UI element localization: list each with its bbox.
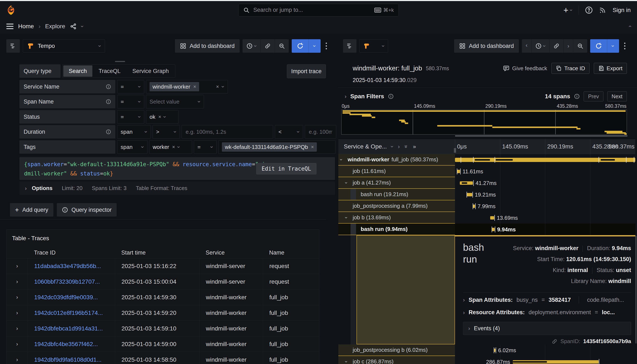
run-query-button[interactable]: › (590, 39, 619, 53)
tab-search[interactable]: Search (63, 66, 92, 77)
zoom-out-button[interactable] (275, 39, 289, 53)
filter-chip[interactable]: windmill-worker× (150, 82, 199, 91)
datasource-picker-mini[interactable]: › (360, 39, 388, 53)
tags-scope-select[interactable]: span› (117, 140, 148, 154)
status-op-select[interactable]: =› (117, 110, 144, 124)
expand-right-icon[interactable]: › (398, 144, 400, 149)
events-row[interactable]: › Events (4) (463, 322, 631, 335)
duration-scope-select[interactable]: span› (117, 125, 151, 138)
duration-lt-select[interactable]: <› (275, 125, 303, 138)
span-filters-title[interactable]: Span Filters (350, 93, 384, 100)
span-name-cell[interactable]: ›job a (41.27ms) (338, 177, 455, 189)
span-name-value-select[interactable]: Select value › (146, 95, 204, 108)
query-outline-icon[interactable] (6, 39, 20, 53)
span-bar[interactable] (492, 228, 495, 231)
filter-chip[interactable]: wk-default-133114d6a91e-PSPQb× (222, 142, 317, 152)
remove-icon[interactable]: × (311, 144, 314, 150)
span-timeline-cell[interactable]: 11.61ms (455, 166, 635, 177)
span-name-cell[interactable]: job_postprocessing b (6.02ms) (338, 344, 455, 356)
span-timeline-cell[interactable]: 6.02ms (455, 344, 635, 356)
next-span-button[interactable]: Next (607, 91, 627, 102)
row-expander-icon[interactable]: › (6, 294, 28, 300)
run-query-dropdown[interactable]: › (308, 39, 320, 53)
trace-id-link[interactable]: 1942dbfebca1d9914a31... (34, 325, 103, 332)
trace-id-link[interactable]: 11dabada33e479db56b... (34, 263, 101, 270)
time-shift-back-button[interactable]: › (522, 39, 532, 53)
tags-op-select[interactable]: =› (194, 140, 216, 154)
options-row[interactable]: › Options Limit: 20 Spans Limit: 3 Table… (20, 181, 335, 195)
span-timeline-cell[interactable]: 41.27ms (455, 177, 635, 189)
chevron-down-icon[interactable]: › (344, 217, 349, 218)
kebab-menu-icon[interactable] (622, 42, 628, 49)
tab-service-graph[interactable]: Service Graph (127, 66, 174, 77)
span-name-cell[interactable]: job (11.61ms) (338, 166, 455, 177)
breadcrumb-home[interactable]: Home (18, 23, 34, 30)
remove-icon[interactable]: × (172, 144, 175, 150)
span-name-cell[interactable]: ›job b (13.69ms) (338, 212, 455, 224)
span-timeline-cell[interactable]: 9.94ms (455, 224, 635, 235)
datasource-picker[interactable]: Tempo › (23, 39, 105, 53)
collapse-all-icon[interactable]: » (404, 145, 409, 148)
kebab-menu-icon[interactable] (324, 42, 329, 49)
trace-id-link[interactable]: 1942dbfc4be3567f462... (34, 341, 98, 348)
scroll-thumb[interactable] (115, 61, 125, 62)
span-name-cell[interactable]: bash run (9.94ms) (338, 224, 455, 235)
expanded-span-region[interactable] (356, 235, 455, 344)
service-operation-dropdown[interactable]: Service & Ope... (344, 143, 387, 150)
row-expander-icon[interactable]: › (6, 278, 28, 285)
zoom-out-button[interactable] (573, 39, 587, 53)
col-service[interactable]: Service (199, 250, 263, 256)
grafana-logo[interactable] (6, 5, 16, 15)
prev-span-button[interactable]: Prev (584, 91, 603, 102)
clear-icon[interactable]: × (216, 84, 219, 90)
trace-id-button[interactable]: Trace ID (551, 63, 590, 74)
span-timeline-cell[interactable]: 13.69ms (455, 212, 635, 224)
chevron-down-icon[interactable]: › (390, 146, 395, 148)
chevron-down-icon[interactable]: › (344, 361, 349, 362)
span-bar[interactable] (457, 170, 460, 173)
add-to-dashboard-button[interactable]: Add to dashboard (175, 39, 240, 53)
row-expander-icon[interactable]: › (6, 356, 28, 363)
col-start-time[interactable]: Start time (115, 250, 199, 256)
span-name-cell[interactable]: ›windmill-workerfull_job (580.37ms) (338, 154, 455, 166)
service-name-op-select[interactable]: =› (117, 80, 144, 94)
chevron-right-icon[interactable]: › (345, 94, 346, 99)
remove-icon[interactable]: × (193, 84, 196, 90)
collapse-pane-icon[interactable]: › (627, 26, 632, 28)
sign-in-button[interactable]: Sign in (612, 7, 631, 14)
trace-id-link[interactable]: 1942dc039dfdf9e0039... (34, 294, 98, 301)
link-button[interactable] (550, 39, 564, 53)
expand-all-icon[interactable]: » (413, 144, 416, 150)
duration-max-input[interactable] (305, 125, 336, 138)
span-timeline-cell[interactable]: 19.21ms (455, 189, 635, 200)
time-picker-button[interactable]: › (532, 39, 550, 53)
link-button[interactable] (261, 39, 275, 53)
span-timeline-cell[interactable] (455, 154, 635, 166)
span-name-cell[interactable]: bash run (19.21ms) (338, 189, 455, 200)
query-outline-icon[interactable] (343, 39, 356, 53)
run-query-dropdown[interactable]: › (607, 39, 619, 53)
span-timeline-cell[interactable]: 7.99ms (455, 200, 635, 212)
trace-minimap[interactable] (341, 110, 627, 134)
search-input[interactable] (253, 6, 371, 14)
duration-gt-select[interactable]: >› (152, 125, 180, 138)
remove-icon[interactable]: × (158, 114, 161, 120)
share-icon[interactable] (70, 23, 77, 30)
give-feedback-button[interactable]: Give feedback (503, 65, 547, 72)
menu-icon[interactable] (6, 24, 14, 29)
span-bar[interactable] (466, 193, 472, 196)
row-expander-icon[interactable]: › (6, 325, 28, 332)
row-expander-icon[interactable]: › (6, 341, 28, 347)
help-icon[interactable] (585, 6, 593, 14)
span-name-cell[interactable]: ›job c (286.87ms) (338, 356, 455, 364)
news-rss-icon[interactable] (599, 6, 606, 14)
add-to-dashboard-button[interactable]: Add to dashboard (454, 39, 519, 53)
tags-key-select[interactable]: worker ×› (149, 140, 192, 154)
vertical-scrollbar[interactable] (635, 236, 636, 344)
add-query-button[interactable]: + Add query (10, 203, 53, 216)
chevron-down-icon[interactable]: › (80, 26, 85, 28)
span-name-op-select[interactable]: =› (117, 95, 144, 108)
chevron-down-icon[interactable]: › (344, 182, 349, 184)
trace-id-link[interactable]: 1060bbf732309b12707... (34, 278, 100, 285)
trace-id-link[interactable]: 1942dc012e8f196b5174... (34, 310, 103, 316)
